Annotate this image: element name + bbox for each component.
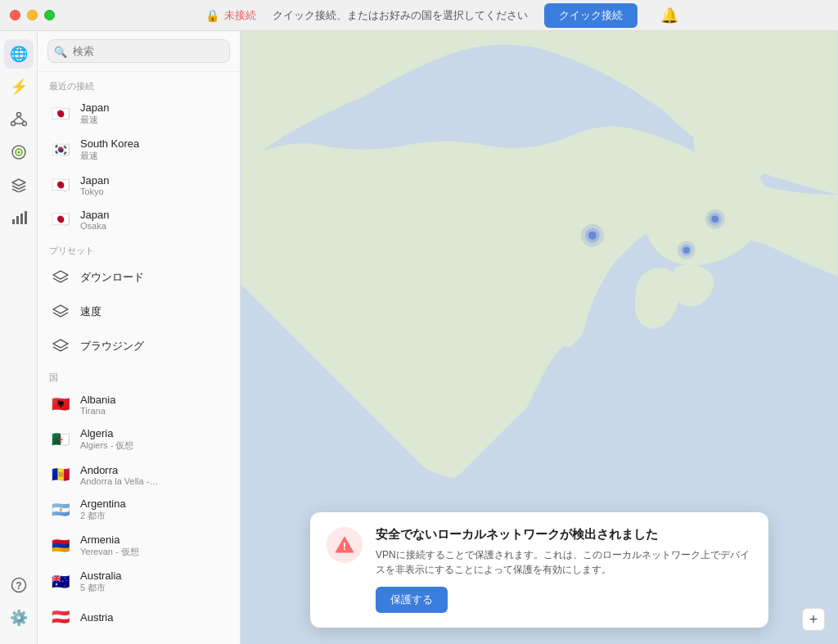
svg-rect-10 xyxy=(16,216,19,224)
flag-andorra: 🇦🇩 xyxy=(49,463,72,486)
item-sub: 2 都市 xyxy=(80,510,126,522)
recent-section-label: 最近の接続 xyxy=(38,72,240,96)
nav-shield[interactable]: ⚡ xyxy=(4,72,34,101)
item-sub: 最速 xyxy=(80,150,139,162)
svg-text:?: ? xyxy=(16,580,21,592)
flag-australia: 🇦🇺 xyxy=(49,570,72,593)
nav-help[interactable]: ? xyxy=(4,570,34,600)
close-button[interactable] xyxy=(10,10,20,20)
lock-icon: 🔒 xyxy=(205,9,219,22)
item-name: Armenia xyxy=(80,534,139,546)
nav-locations[interactable]: 🌐 xyxy=(4,39,34,69)
preset-section-label: プリセット xyxy=(38,236,240,260)
notification-body: VPNに接続することで保護されます。これは、このローカルネットワーク上でデバイス… xyxy=(376,547,752,577)
item-text: Armenia Yerevan - 仮想 xyxy=(80,534,139,558)
svg-line-4 xyxy=(19,117,25,122)
main-layout: 🌐 ⚡ xyxy=(0,31,838,644)
item-sub: Yerevan - 仮想 xyxy=(80,546,139,558)
item-name: Japan xyxy=(80,101,109,114)
item-sub: 最速 xyxy=(80,114,109,126)
svg-point-0 xyxy=(16,113,20,117)
item-text: Andorra Andorra la Vella -… xyxy=(80,464,158,486)
status-area: 🔒 未接続 xyxy=(205,8,256,23)
map-area: ! 安全でないローカルネットワークが検出されました VPNに接続することで保護さ… xyxy=(241,31,838,644)
connection-status: 未接続 xyxy=(224,8,256,23)
flag-algeria: 🇩🇿 xyxy=(49,428,72,451)
item-name: Austria xyxy=(80,611,113,624)
preset-download[interactable]: ダウンロード xyxy=(38,260,240,295)
notification-content: 安全でないローカルネットワークが検出されました VPNに接続することで保護されま… xyxy=(376,527,752,613)
search-input[interactable] xyxy=(47,39,230,63)
item-name: Andorra xyxy=(80,464,158,476)
svg-line-3 xyxy=(13,117,19,122)
nav-stats[interactable] xyxy=(4,203,34,232)
bell-button[interactable]: 🔔 xyxy=(660,7,678,25)
item-name: ダウンロード xyxy=(80,270,144,285)
item-sub: Tirana xyxy=(80,406,115,416)
preset-speed[interactable]: 速度 xyxy=(38,295,240,329)
country-australia[interactable]: 🇦🇺 Australia 5 都市 xyxy=(38,564,240,600)
plus-button[interactable]: + xyxy=(802,608,825,631)
item-text: Albania Tirana xyxy=(80,394,115,416)
list-item[interactable]: 🇯🇵 Japan Osaka xyxy=(38,202,240,236)
list-item[interactable]: 🇰🇷 South Korea 最速 xyxy=(38,132,240,168)
country-algeria[interactable]: 🇩🇿 Algeria Algiers - 仮想 xyxy=(38,421,240,457)
country-argentina[interactable]: 🇦🇷 Argentina 2 都市 xyxy=(38,492,240,528)
item-text: ブラウジング xyxy=(80,339,144,354)
item-text: Austria xyxy=(80,611,113,624)
item-text: Australia 5 都市 xyxy=(80,570,122,594)
svg-rect-9 xyxy=(12,219,15,224)
minimize-button[interactable] xyxy=(27,10,38,20)
item-text: Algeria Algiers - 仮想 xyxy=(80,427,133,452)
country-andorra[interactable]: 🇦🇩 Andorra Andorra la Vella -… xyxy=(38,457,240,492)
item-text: South Korea 最速 xyxy=(80,137,139,162)
svg-rect-12 xyxy=(25,211,27,224)
list-item[interactable]: 🇯🇵 Japan 最速 xyxy=(38,96,240,132)
layers-icon-2 xyxy=(49,300,72,323)
svg-point-2 xyxy=(22,122,26,126)
item-name: ブラウジング xyxy=(80,339,144,354)
item-name: Australia xyxy=(80,570,122,582)
flag-armenia: 🇦🇲 xyxy=(49,534,72,557)
item-name: Japan xyxy=(80,209,109,221)
list-container: 最近の接続 🇯🇵 Japan 最速 🇰🇷 South Korea 最速 🇯🇵 xyxy=(38,72,240,644)
sidebar-bottom: ? ⚙️ xyxy=(4,570,34,644)
notification-title: 安全でないローカルネットワークが検出されました xyxy=(376,527,752,543)
flag-austria: 🇦🇹 xyxy=(49,606,72,628)
item-sub: 5 都市 xyxy=(80,582,122,594)
search-box: 🔍 xyxy=(38,31,240,72)
item-name: 速度 xyxy=(80,304,101,319)
preset-browsing[interactable]: ブラウジング xyxy=(38,329,240,363)
maximize-button[interactable] xyxy=(44,10,55,20)
svg-point-18 xyxy=(588,232,597,240)
flag-argentina: 🇦🇷 xyxy=(49,498,72,521)
item-name: Argentina xyxy=(80,498,126,510)
quick-connect-button[interactable]: クイック接続 xyxy=(544,3,638,28)
svg-rect-11 xyxy=(20,214,23,224)
nav-mesh[interactable] xyxy=(4,105,34,134)
sidebar-icons: 🌐 ⚡ xyxy=(0,31,38,644)
item-name: Algeria xyxy=(80,427,133,439)
svg-point-21 xyxy=(711,215,719,223)
protect-button[interactable]: 保護する xyxy=(376,587,448,613)
titlebar: 🔒 未接続 クイック接続、またはお好みの国を選択してください クイック接続 🔔 xyxy=(0,0,838,31)
country-armenia[interactable]: 🇦🇲 Armenia Yerevan - 仮想 xyxy=(38,528,240,564)
item-text: Japan Tokyo xyxy=(80,174,109,196)
item-sub: Osaka xyxy=(80,221,109,231)
flag-japan-2: 🇯🇵 xyxy=(49,173,72,196)
layers-icon-1 xyxy=(49,266,72,289)
notification-overlay: ! 安全でないローカルネットワークが検出されました VPNに接続することで保護さ… xyxy=(310,512,768,628)
item-sub: Algiers - 仮想 xyxy=(80,439,133,452)
country-albania[interactable]: 🇦🇱 Albania Tirana xyxy=(38,387,240,421)
window-controls xyxy=(10,10,55,20)
nav-settings[interactable]: ⚙️ xyxy=(4,603,34,633)
list-item[interactable]: 🇯🇵 Japan Tokyo xyxy=(38,168,240,202)
svg-point-24 xyxy=(683,247,690,254)
country-austria[interactable]: 🇦🇹 Austria xyxy=(38,600,240,634)
flag-japan-1: 🇯🇵 xyxy=(49,102,72,125)
item-sub: Andorra la Vella -… xyxy=(80,476,158,486)
item-text: Japan Osaka xyxy=(80,209,109,231)
country-panel: 🔍 最近の接続 🇯🇵 Japan 最速 🇰🇷 South Korea 最速 xyxy=(38,31,241,644)
nav-layers[interactable] xyxy=(4,170,34,200)
nav-target[interactable] xyxy=(4,137,34,167)
